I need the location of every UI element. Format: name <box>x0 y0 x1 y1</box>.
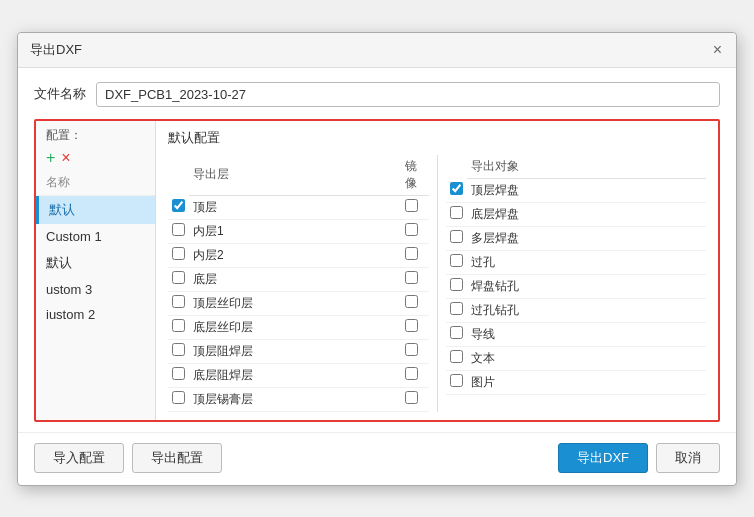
right-layer-label-7: 文本 <box>467 346 707 370</box>
right-header-row: 导出对象 <box>446 155 707 179</box>
right-layer-row-0: 顶层焊盘 <box>446 178 707 202</box>
export-dxf-button[interactable]: 导出DXF <box>558 443 648 473</box>
right-header-export-objects-label: 导出对象 <box>467 155 707 179</box>
close-button[interactable]: × <box>711 42 724 58</box>
cancel-button[interactable]: 取消 <box>656 443 720 473</box>
left-layer-row-6: 顶层阻焊层 <box>168 339 429 363</box>
left-layer-row-1: 内层1 <box>168 219 429 243</box>
left-layer-mirror-checkbox-8[interactable] <box>405 391 418 404</box>
file-name-input[interactable] <box>96 82 720 107</box>
left-layer-mirror-checkbox-0[interactable] <box>405 199 418 212</box>
right-layer-checkbox-2[interactable] <box>450 230 463 243</box>
left-layers-table: 导出层 镜像 顶层内层1内层2底层顶层丝印层底层丝印层顶层阻焊层底层阻焊层顶层锡… <box>168 155 429 412</box>
export-config-button[interactable]: 导出配置 <box>132 443 222 473</box>
import-config-button[interactable]: 导入配置 <box>34 443 124 473</box>
right-layer-checkbox-6[interactable] <box>450 326 463 339</box>
right-layer-cb-cell-1 <box>446 202 467 226</box>
right-layer-checkbox-3[interactable] <box>450 254 463 267</box>
layers-two-col: 导出层 镜像 顶层内层1内层2底层顶层丝印层底层丝印层顶层阻焊层底层阻焊层顶层锡… <box>168 155 706 412</box>
left-layer-checkbox-2[interactable] <box>172 247 185 260</box>
left-header-export-label: 导出层 <box>189 155 401 196</box>
right-layers-body: 顶层焊盘底层焊盘多层焊盘过孔焊盘钻孔过孔钻孔导线文本图片 <box>446 178 707 394</box>
sidebar-actions: + × <box>36 148 155 172</box>
right-layer-label-0: 顶层焊盘 <box>467 178 707 202</box>
right-layer-cb-cell-2 <box>446 226 467 250</box>
config-title: 默认配置 <box>168 129 706 147</box>
sidebar-item-ustom3[interactable]: ustom 3 <box>36 277 155 302</box>
left-layer-mirror-cell-0 <box>401 195 429 219</box>
file-name-row: 文件名称 <box>34 82 720 107</box>
left-layer-label-4: 顶层丝印层 <box>189 291 401 315</box>
right-layer-label-5: 过孔钻孔 <box>467 298 707 322</box>
add-config-button[interactable]: + <box>46 150 55 166</box>
right-layer-row-8: 图片 <box>446 370 707 394</box>
left-layer-mirror-checkbox-6[interactable] <box>405 343 418 356</box>
right-layer-label-3: 过孔 <box>467 250 707 274</box>
right-layer-checkbox-4[interactable] <box>450 278 463 291</box>
left-layer-row-0: 顶层 <box>168 195 429 219</box>
right-header-cb-cell <box>446 155 467 179</box>
sidebar-item-iustom2[interactable]: iustom 2 <box>36 302 155 327</box>
left-layer-row-7: 底层阻焊层 <box>168 363 429 387</box>
right-layer-row-7: 文本 <box>446 346 707 370</box>
right-layer-checkbox-5[interactable] <box>450 302 463 315</box>
left-header-mirror-label: 镜像 <box>401 155 429 196</box>
right-layer-label-1: 底层焊盘 <box>467 202 707 226</box>
left-layer-mirror-checkbox-1[interactable] <box>405 223 418 236</box>
left-layer-row-2: 内层2 <box>168 243 429 267</box>
left-layer-checkbox-3[interactable] <box>172 271 185 284</box>
left-layer-mirror-cell-3 <box>401 267 429 291</box>
left-layer-cb-cell-6 <box>168 339 189 363</box>
right-layer-checkbox-0[interactable] <box>450 182 463 195</box>
left-layer-checkbox-8[interactable] <box>172 391 185 404</box>
left-layer-mirror-checkbox-3[interactable] <box>405 271 418 284</box>
right-layers-table: 导出对象 顶层焊盘底层焊盘多层焊盘过孔焊盘钻孔过孔钻孔导线文本图片 <box>446 155 707 395</box>
right-layer-label-6: 导线 <box>467 322 707 346</box>
sidebar-item-default1[interactable]: 默认 <box>36 196 155 224</box>
left-layer-mirror-cell-8 <box>401 387 429 411</box>
left-layer-row-4: 顶层丝印层 <box>168 291 429 315</box>
content-area: 默认配置 导出层 镜像 顶层内层1内层2底层顶 <box>156 121 718 420</box>
right-layer-row-1: 底层焊盘 <box>446 202 707 226</box>
right-layer-cb-cell-4 <box>446 274 467 298</box>
left-layer-row-5: 底层丝印层 <box>168 315 429 339</box>
left-layer-label-3: 底层 <box>189 267 401 291</box>
left-layer-mirror-checkbox-4[interactable] <box>405 295 418 308</box>
dialog-footer: 导入配置 导出配置 导出DXF 取消 <box>18 432 736 485</box>
left-layer-cb-cell-7 <box>168 363 189 387</box>
left-layer-checkbox-7[interactable] <box>172 367 185 380</box>
footer-right: 导出DXF 取消 <box>558 443 720 473</box>
left-layer-mirror-checkbox-2[interactable] <box>405 247 418 260</box>
dialog-body: 文件名称 配置： + × 名称 默认Custom 1默认ustom 3iusto… <box>18 68 736 432</box>
right-layer-checkbox-1[interactable] <box>450 206 463 219</box>
right-layer-checkbox-7[interactable] <box>450 350 463 363</box>
right-layer-row-2: 多层焊盘 <box>446 226 707 250</box>
left-layer-mirror-cell-1 <box>401 219 429 243</box>
left-layer-checkbox-5[interactable] <box>172 319 185 332</box>
right-layer-row-5: 过孔钻孔 <box>446 298 707 322</box>
left-layer-mirror-checkbox-7[interactable] <box>405 367 418 380</box>
left-layer-checkbox-1[interactable] <box>172 223 185 236</box>
sidebar-label: 配置： <box>36 121 155 148</box>
right-layer-label-2: 多层焊盘 <box>467 226 707 250</box>
left-layer-mirror-cell-6 <box>401 339 429 363</box>
left-layer-mirror-cell-4 <box>401 291 429 315</box>
left-layer-checkbox-6[interactable] <box>172 343 185 356</box>
right-layer-cb-cell-8 <box>446 370 467 394</box>
left-header-cb-cell <box>168 155 189 196</box>
left-layer-mirror-cell-2 <box>401 243 429 267</box>
delete-config-button[interactable]: × <box>61 150 70 166</box>
right-layer-checkbox-8[interactable] <box>450 374 463 387</box>
sidebar-item-default2[interactable]: 默认 <box>36 249 155 277</box>
left-layer-mirror-cell-5 <box>401 315 429 339</box>
sidebar-item-custom1[interactable]: Custom 1 <box>36 224 155 249</box>
left-layer-label-6: 顶层阻焊层 <box>189 339 401 363</box>
right-layer-cb-cell-0 <box>446 178 467 202</box>
left-layer-mirror-checkbox-5[interactable] <box>405 319 418 332</box>
left-layer-cb-cell-2 <box>168 243 189 267</box>
left-layer-checkbox-0[interactable] <box>172 199 185 212</box>
left-layer-cb-cell-3 <box>168 267 189 291</box>
left-layer-checkbox-4[interactable] <box>172 295 185 308</box>
title-bar: 导出DXF × <box>18 33 736 68</box>
right-layer-cb-cell-6 <box>446 322 467 346</box>
